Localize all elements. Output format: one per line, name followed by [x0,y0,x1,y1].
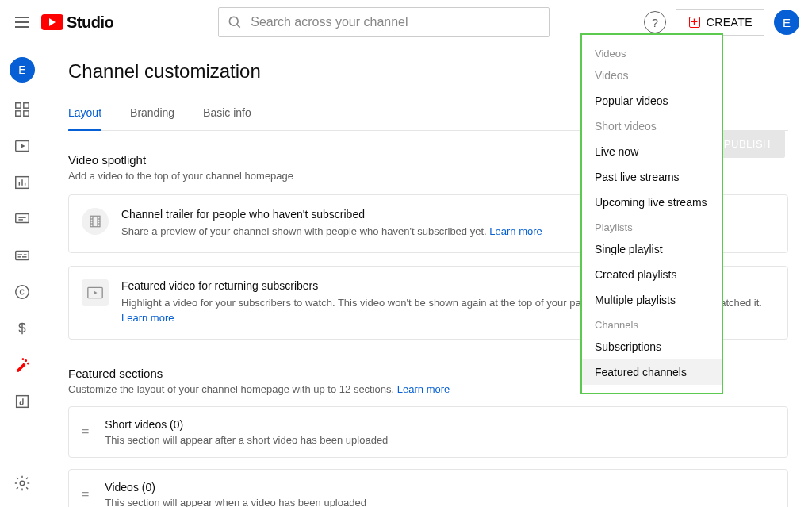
drag-handle-icon[interactable]: = [82,424,90,439]
trailer-card-title: Channel trailer for people who haven't s… [121,208,542,221]
svg-rect-3 [24,103,29,108]
menu-item-live-now[interactable]: Live now [582,139,722,164]
menu-item-single-playlist[interactable]: Single playlist [582,236,722,262]
section-row-videos[interactable]: = Videos (0) This section will appear wh… [68,469,788,508]
sections-learn-more[interactable]: Learn more [397,383,450,395]
subtitles-icon [13,247,31,264]
menu-icon[interactable] [13,13,32,32]
tab-branding[interactable]: Branding [130,98,174,130]
film-strip-icon [82,208,109,235]
featured-learn-more[interactable]: Learn more [121,312,174,324]
video-thumbnail-icon [82,279,109,306]
svg-marker-7 [21,144,25,148]
search-input[interactable]: Search across your channel [218,7,550,37]
row-sub: This section will appear after a short v… [105,434,388,446]
menu-item-featured-channels[interactable]: Featured channels [582,359,722,385]
svg-rect-5 [24,111,29,116]
nav-dashboard[interactable] [6,94,38,125]
logo-text: Studio [67,13,113,32]
menu-group-playlists: Playlists [582,215,722,236]
create-label: CREATE [707,16,753,29]
svg-point-21 [25,359,27,361]
nav-comments[interactable] [6,203,38,235]
svg-marker-36 [94,290,97,294]
svg-rect-2 [16,103,21,108]
row-title: Short videos (0) [105,418,388,431]
search-icon [227,14,243,30]
svg-rect-15 [16,252,29,260]
account-avatar[interactable]: E [774,10,799,35]
menu-item-past-live-streams[interactable]: Past live streams [582,164,722,190]
svg-rect-12 [16,214,29,223]
menu-item-subscriptions[interactable]: Subscriptions [582,334,722,359]
svg-line-1 [237,25,240,28]
audio-library-icon [13,393,31,410]
left-nav: E [0,44,44,507]
tab-layout[interactable]: Layout [68,98,102,130]
youtube-icon [41,14,63,30]
svg-point-20 [16,286,29,299]
nav-subtitles[interactable] [6,240,38,271]
trailer-learn-more[interactable]: Learn more [489,225,542,237]
tab-basic-info[interactable]: Basic info [203,98,251,130]
menu-item-upcoming-live-streams[interactable]: Upcoming live streams [582,190,722,215]
nav-content[interactable] [6,130,38,162]
nav-settings[interactable] [6,467,38,499]
svg-point-25 [20,481,25,486]
svg-point-23 [22,359,24,360]
menu-item-multiple-playlists[interactable]: Multiple playlists [582,287,722,313]
drag-handle-icon[interactable]: = [82,487,90,501]
row-sub: This section will appear when a video ha… [105,497,366,508]
comments-icon [13,210,31,228]
trailer-card-sub: Share a preview of your channel shown wi… [121,224,542,240]
nav-analytics[interactable] [6,167,38,198]
nav-monetization[interactable] [6,313,38,344]
youtube-studio-logo[interactable]: Studio [41,13,113,32]
create-button[interactable]: CREATE [676,9,764,36]
magic-wand-icon [13,356,31,374]
add-section-menu: Videos Videos Popular videos Short video… [580,33,723,394]
channel-avatar[interactable]: E [10,57,35,83]
menu-group-videos: Videos [582,41,722,63]
nav-audio-library[interactable] [6,386,38,417]
menu-item-created-playlists[interactable]: Created playlists [582,262,722,287]
nav-copyright[interactable] [6,276,38,308]
menu-item-videos: Videos [582,63,722,88]
menu-group-channels: Channels [582,313,722,334]
search-placeholder: Search across your channel [251,15,408,29]
row-title: Videos (0) [105,481,366,494]
svg-rect-4 [16,111,21,116]
svg-rect-24 [17,396,29,408]
menu-item-short-videos: Short videos [582,113,722,139]
help-icon[interactable]: ? [644,11,666,33]
copyright-icon [13,283,31,301]
svg-point-22 [28,363,29,364]
nav-customization[interactable] [6,349,38,381]
gear-icon [13,474,31,492]
section-row-short-videos[interactable]: = Short videos (0) This section will app… [68,406,788,458]
content-icon [13,137,31,155]
analytics-icon [13,174,31,191]
menu-item-popular-videos[interactable]: Popular videos [582,88,722,113]
dashboard-icon [13,101,31,118]
svg-point-0 [230,17,239,25]
dollar-icon [13,320,31,337]
create-icon [688,15,702,29]
